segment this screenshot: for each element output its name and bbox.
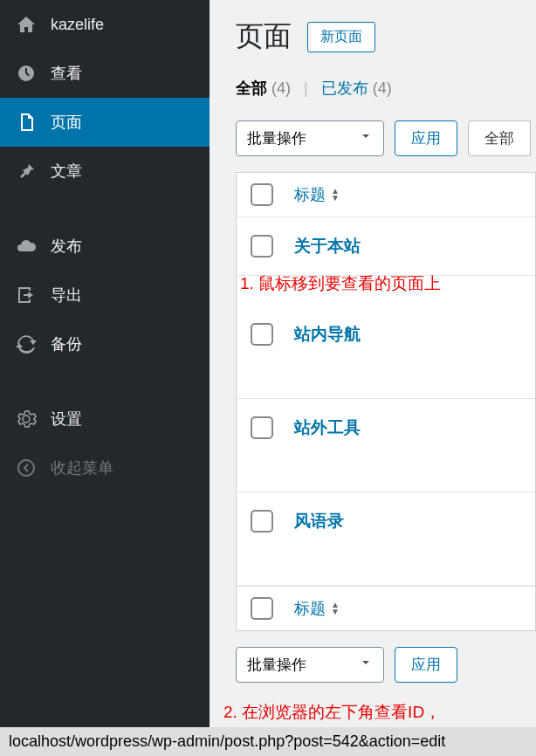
table-row: 站内导航 [237, 306, 535, 399]
sidebar-item-collapse[interactable]: 收起菜单 [0, 443, 210, 492]
row-title-link[interactable]: 站外工具 [294, 416, 361, 439]
filter-published[interactable]: 已发布 [321, 79, 368, 97]
sidebar-label: 查看 [51, 63, 82, 84]
sort-icon: ▲▼ [331, 601, 340, 615]
sort-icon: ▲▼ [331, 188, 340, 202]
main-content: 页面 新页面 全部 (4) | 已发布 (4) 批量操作 应用 全部 标题 ▲▼… [210, 0, 536, 756]
row-checkbox[interactable] [251, 416, 273, 439]
sidebar-item-export[interactable]: 导出 [0, 271, 210, 320]
sidebar-item-publish[interactable]: 发布 [0, 222, 210, 271]
sidebar-item-site[interactable]: kazelife [0, 0, 210, 49]
sidebar-item-backup[interactable]: 备份 [0, 320, 210, 368]
column-title[interactable]: 标题 ▲▼ [294, 184, 340, 205]
row-title-link[interactable]: 站内导航 [294, 323, 361, 346]
table-footer: 标题 ▲▼ [237, 586, 535, 630]
table-row: 风语录 [237, 492, 535, 586]
row-title-link[interactable]: 风语录 [294, 510, 344, 533]
table-row: 关于本站 [237, 217, 535, 276]
chevron-down-icon [359, 129, 373, 148]
filter-links: 全部 (4) | 已发布 (4) [236, 78, 536, 99]
bulk-action-select-bottom[interactable]: 批量操作 [236, 647, 384, 683]
all-dates-button[interactable]: 全部 [468, 120, 531, 156]
sidebar-item-pages[interactable]: 页面 [0, 98, 210, 147]
collapse-icon [14, 456, 38, 480]
table-row: 站外工具 [237, 399, 535, 492]
filter-all-count: (4) [271, 79, 291, 97]
row-checkbox[interactable] [251, 510, 273, 533]
bulk-actions-bottom: 批量操作 应用 [236, 647, 536, 683]
row-checkbox[interactable] [251, 235, 273, 258]
page-header: 页面 新页面 [236, 17, 536, 56]
apply-button-bottom[interactable]: 应用 [395, 647, 457, 683]
column-title-footer[interactable]: 标题 ▲▼ [294, 598, 340, 619]
sidebar-label: 备份 [51, 333, 82, 354]
sidebar-label: 发布 [51, 236, 82, 257]
sidebar-spacer [0, 196, 210, 222]
pin-icon [14, 159, 38, 183]
filter-separator: | [304, 79, 308, 97]
sidebar-item-dashboard[interactable]: 查看 [0, 49, 210, 98]
home-icon [14, 12, 38, 37]
apply-button[interactable]: 应用 [395, 120, 457, 156]
page-icon [14, 110, 38, 134]
sidebar-item-posts[interactable]: 文章 [0, 147, 210, 196]
filter-published-count: (4) [373, 79, 392, 97]
row-title-link[interactable]: 关于本站 [294, 235, 361, 258]
select-all-checkbox[interactable] [251, 183, 273, 206]
sidebar-label: 设置 [51, 409, 82, 430]
refresh-icon [14, 332, 38, 356]
bulk-select-label: 批量操作 [247, 655, 306, 675]
select-all-checkbox-footer[interactable] [251, 597, 273, 620]
bulk-actions-top: 批量操作 应用 全部 [236, 120, 536, 156]
sidebar-label: kazelife [51, 16, 104, 34]
add-new-button[interactable]: 新页面 [307, 22, 375, 52]
svg-point-0 [18, 460, 34, 476]
table-header: 标题 ▲▼ [237, 173, 535, 217]
row-checkbox[interactable] [251, 323, 273, 346]
gear-icon [14, 407, 38, 431]
dashboard-icon [14, 61, 38, 86]
sidebar-spacer [0, 368, 210, 395]
cloud-icon [14, 234, 38, 258]
filter-all[interactable]: 全部 [236, 79, 267, 97]
page-title: 页面 [236, 17, 292, 56]
sidebar-label: 导出 [51, 285, 82, 306]
sidebar-item-settings[interactable]: 设置 [0, 395, 210, 443]
pages-table: 标题 ▲▼ 关于本站 1. 鼠标移到要查看的页面上 站内导航 站外工具 风语录 [236, 172, 536, 631]
bulk-action-select[interactable]: 批量操作 [236, 120, 384, 156]
admin-sidebar: kazelife 查看 页面 文章 发布 导出 备份 设置 收起菜单 [0, 0, 210, 756]
sidebar-label: 收起菜单 [51, 457, 113, 478]
annotation-1: 1. 鼠标移到要查看的页面上 [240, 272, 535, 295]
bulk-select-label: 批量操作 [247, 128, 306, 148]
export-icon [14, 283, 38, 307]
sidebar-label: 文章 [51, 161, 82, 182]
sidebar-label: 页面 [51, 112, 82, 133]
browser-status-bar: localhost/wordpress/wp-admin/post.php?po… [0, 727, 536, 756]
chevron-down-icon [359, 656, 373, 674]
